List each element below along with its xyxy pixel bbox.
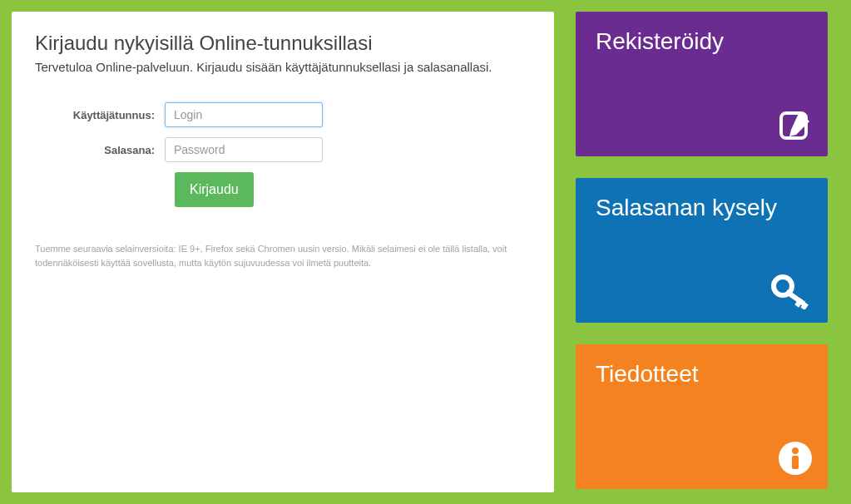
button-row: Kirjaudu — [35, 172, 531, 207]
edit-icon — [778, 108, 813, 143]
info-icon — [778, 441, 813, 476]
username-input[interactable] — [165, 102, 323, 127]
password-row: Salasana: — [35, 137, 531, 162]
password-input[interactable] — [165, 137, 323, 162]
svg-rect-2 — [785, 289, 806, 306]
bulletins-tile[interactable]: Tiedotteet — [576, 344, 828, 489]
login-title: Kirjaudu nykyisillä Online-tunnuksillasi — [35, 32, 531, 55]
svg-point-6 — [792, 447, 799, 454]
password-label: Salasana: — [35, 144, 165, 156]
username-label: Käyttäjätunnus: — [35, 109, 165, 121]
login-panel: Kirjaudu nykyisillä Online-tunnuksillasi… — [12, 12, 554, 492]
svg-rect-7 — [792, 456, 799, 469]
password-query-tile-title: Salasanan kysely — [596, 195, 808, 221]
password-query-tile[interactable]: Salasanan kysely — [576, 178, 828, 323]
bulletins-tile-title: Tiedotteet — [596, 361, 808, 388]
username-row: Käyttäjätunnus: — [35, 102, 531, 127]
browser-note: Tuemme seuraavia selainversioita: IE 9+,… — [35, 242, 531, 269]
login-button[interactable]: Kirjaudu — [175, 172, 254, 207]
sidebar: Rekisteröidy Salasanan kysely Tiedotteet — [576, 12, 828, 492]
login-subtitle: Tervetuloa Online-palveluun. Kirjaudu si… — [35, 60, 531, 74]
register-tile[interactable]: Rekisteröidy — [576, 12, 828, 156]
key-icon — [771, 274, 813, 309]
register-tile-title: Rekisteröidy — [596, 28, 808, 55]
